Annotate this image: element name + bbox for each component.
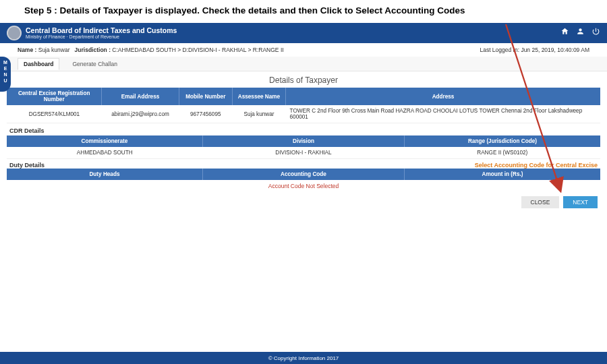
col-amount: Amount in (Rs.) [405, 169, 600, 180]
cell-reg: DGSER574/KLM001 [7, 105, 102, 123]
col-div: Division [202, 135, 404, 147]
table-row: AHMEDABAD SOUTH DIVISION-I - RAKHIAL RAN… [7, 147, 600, 159]
tab-dashboard[interactable]: Dashboard [18, 58, 59, 70]
cell-email: abirami.j29@wipro.com [102, 105, 179, 123]
cell-mobile: 9677456095 [179, 105, 232, 123]
name-label: Name : [18, 47, 36, 53]
org-block: Central Board of Indirect Taxes and Cust… [26, 27, 177, 39]
duty-section-label: Duty Details [9, 162, 45, 169]
table-row: DGSER574/KLM001 abirami.j29@wipro.com 96… [7, 105, 600, 123]
cell-div: DIVISION-I - RAKHIAL [202, 147, 404, 159]
org-subtitle: Ministry of Finance · Department of Reve… [26, 34, 177, 39]
select-accounting-code-link[interactable]: Select Accounting Code for Central Excis… [475, 162, 598, 169]
tab-generate-challan[interactable]: Generate Challan [66, 58, 123, 70]
button-row: CLOSE NEXT [0, 192, 607, 212]
power-icon[interactable] [591, 27, 600, 37]
cdr-table: Commissionerate Division Range (Jurisdic… [7, 135, 600, 159]
tabs-row: Dashboard Generate Challan [0, 57, 607, 71]
col-comm: Commissionerate [7, 135, 202, 147]
close-button[interactable]: CLOSE [521, 196, 560, 208]
svg-point-0 [8, 27, 20, 39]
col-duty-heads: Duty Heads [7, 169, 202, 180]
name-value: Suja kunwar [38, 47, 70, 53]
col-mobile: Mobile Number [179, 88, 232, 105]
duty-header-row: Duty Details Select Accounting Code for … [0, 159, 607, 169]
menu-tab[interactable]: M E N U [0, 57, 11, 92]
footer: © Copyright Information 2017 [0, 352, 607, 364]
org-title: Central Board of Indirect Taxes and Cust… [26, 27, 177, 34]
col-assessee: Assessee Name [232, 88, 285, 105]
cell-range: RANGE II (WS0102) [405, 147, 600, 159]
home-icon[interactable] [560, 27, 569, 37]
duty-table: Duty Heads Accounting Code Amount in (Rs… [7, 169, 600, 180]
step-instruction: Step 5 : Details of Taxpayer is displaye… [0, 0, 607, 23]
juris-label: Jurisdiction : [75, 47, 111, 53]
col-email: Email Address [102, 88, 179, 105]
taxpayer-table: Central Excise Registration Number Email… [7, 88, 600, 123]
col-address: Address [286, 88, 600, 105]
juris-value: C:AHMEDABAD SOUTH > D:DIVISION-I - RAKHI… [112, 47, 283, 53]
top-bar: Central Board of Indirect Taxes and Cust… [0, 23, 607, 43]
no-selection-msg: Account Code Not Selected [0, 180, 607, 192]
col-range: Range (Jurisdiction Code) [405, 135, 600, 147]
col-acct-code: Accounting Code [202, 169, 404, 180]
cell-assessee: Suja kunwar [232, 105, 285, 123]
next-button[interactable]: NEXT [563, 196, 598, 208]
page-title: Details of Taxpayer [0, 71, 607, 88]
cell-comm: AHMEDABAD SOUTH [7, 147, 202, 159]
gov-emblem-icon [7, 26, 22, 40]
col-reg: Central Excise Registration Number [7, 88, 102, 105]
last-login: Last Logged In: Jun 25, 2019, 10:40:09 A… [480, 47, 589, 53]
user-meta-row: Name : Suja kunwar Jurisdiction : C:AHME… [0, 43, 607, 57]
cdr-section-label: CDR Details [0, 123, 607, 135]
cell-address: TOWER C 2nd Floor 9th Cross Main Road HA… [286, 105, 600, 123]
top-icons [560, 27, 600, 37]
user-icon[interactable] [576, 27, 585, 37]
